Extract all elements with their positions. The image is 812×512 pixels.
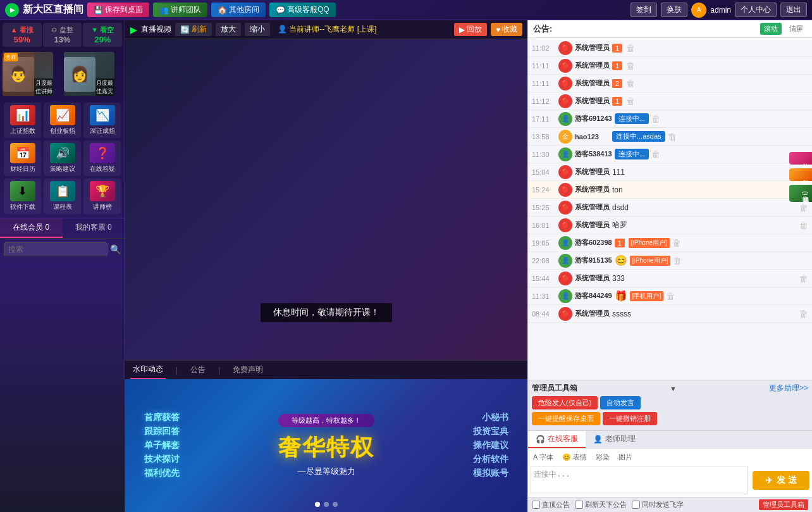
more-tools-link[interactable]: 更多助理>>	[769, 383, 808, 394]
download-button[interactable]: ⬇ 软件下载	[4, 178, 41, 214]
sign-in-button[interactable]: 签到	[631, 3, 657, 17]
refresh-announcement-check[interactable]: 刷新天下公告	[575, 500, 627, 509]
delete-msg-button[interactable]: 🗑	[626, 96, 635, 106]
delete-msg-button[interactable]: 🗑	[799, 273, 808, 284]
best-guest-card[interactable]: 👩 月度最佳嘉宾	[64, 52, 123, 96]
tools-buttons-row2: 一键提醒保存桌面 一键撤销注册	[532, 412, 808, 425]
chat-row: 16:01 🔴 系统管理员 哈罗 🗑	[528, 216, 812, 234]
admin-name: admin	[710, 6, 731, 15]
avatar: A	[691, 3, 706, 18]
search-input[interactable]	[4, 242, 108, 256]
pin-announcement-check[interactable]: 直顶公告	[532, 500, 570, 509]
banner-dot-1[interactable]	[315, 502, 320, 507]
admin-tools-button[interactable]: 管理员工具箱	[759, 499, 808, 510]
delete-msg-button[interactable]: 🗑	[651, 149, 660, 159]
tab-disclaimer[interactable]: 免费声明	[230, 361, 266, 379]
delete-msg-button[interactable]: 🗑	[626, 61, 635, 71]
banner-item-1: 首席获答	[144, 412, 180, 423]
skin-button[interactable]: 换肤	[661, 3, 687, 17]
trophy-icon: 🏆	[95, 184, 109, 198]
emoji-tool[interactable]: 😊 表情	[560, 451, 589, 463]
banner-subtitle-bottom: —尽显等级魅力	[278, 466, 374, 477]
lottery-button[interactable]: 抽奖	[789, 152, 812, 165]
qa-button[interactable]: ❓ 在线答疑	[83, 140, 121, 176]
logout-button[interactable]: 退出	[780, 3, 807, 17]
tab-announcement[interactable]: 公告	[188, 361, 208, 379]
chart-up-icon: 📈	[56, 108, 70, 122]
banner-center: 等级越高，特权越多！ 奢华特权 —尽显等级魅力	[278, 414, 374, 477]
color-tool[interactable]: 彩染	[593, 451, 612, 463]
banner-item-3: 单子解套	[144, 440, 180, 451]
delete-msg-button[interactable]: 🗑	[799, 309, 808, 319]
delete-msg-button[interactable]: 🗑	[668, 132, 677, 142]
banner-dot-3[interactable]	[333, 502, 338, 507]
banner-item-4: 技术探讨	[144, 454, 180, 465]
dropdown-icon[interactable]: ▼	[670, 385, 677, 392]
replay-icon: ▶	[459, 25, 465, 34]
search-icon[interactable]: 🔍	[110, 244, 121, 254]
tab-watermark[interactable]: 水印动态	[130, 361, 166, 379]
guest-photo: 👩 月度最佳嘉宾	[64, 52, 114, 96]
shanghai-index-button[interactable]: 📊 上证指数	[4, 103, 41, 138]
danger-send-button[interactable]: 危险发人(仅自己)	[532, 396, 598, 409]
chat-message-list: 11:02 🔴 系统管理员 1 🗑 11:11 🔴 系统管理员 1 🗑 11:1…	[528, 38, 812, 380]
banner-dot-2[interactable]	[324, 502, 329, 507]
favorite-button[interactable]: ♥ 收藏	[491, 23, 522, 36]
send-button[interactable]: ✈ 发 送	[753, 471, 809, 490]
delete-msg-button[interactable]: 🗑	[673, 256, 682, 266]
customer-service-button[interactable]: 💬 高级客服QQ	[269, 3, 336, 17]
schedule-icon: 📋	[56, 184, 70, 198]
delete-msg-button[interactable]: 🗑	[651, 114, 660, 124]
auto-speak-button[interactable]: 自动发言	[600, 396, 641, 409]
personal-center-button[interactable]: 个人中心	[735, 3, 777, 17]
best-lecturer-card[interactable]: 👨 名师 月度最佳讲师	[3, 52, 61, 96]
announcement-label: 公告:	[533, 23, 552, 35]
strategy-button[interactable]: 🔊 策略建议	[44, 140, 81, 176]
startup-index-button[interactable]: 📈 创业板指	[44, 103, 81, 138]
font-tool[interactable]: A 字体	[531, 451, 556, 463]
lecturer-team-button[interactable]: 👥 讲师团队	[153, 3, 207, 17]
save-desktop-button[interactable]: 💾 保存到桌面	[87, 3, 149, 17]
replay-button[interactable]: ▶ 回放	[454, 23, 487, 36]
red-packet-button[interactable]: 发红包	[789, 168, 812, 181]
gift-button[interactable]: 送礼物(积分)	[789, 185, 812, 202]
chat-icon: 💬	[276, 6, 285, 15]
chat-row: 15:25 🔴 系统管理员 dsdd 🗑	[528, 199, 812, 216]
video-tabs: 水印动态 | 公告 | 免费声明	[125, 360, 527, 379]
schedule-button[interactable]: 📋 课程表	[44, 178, 81, 214]
tab-online-service[interactable]: 🎧 在线客服	[528, 431, 586, 448]
lecturer-rank-button[interactable]: 🏆 讲师榜	[83, 178, 121, 214]
image-tool[interactable]: 图片	[616, 451, 635, 463]
video-toolbar: ▶ 直播视频 🔄 刷新 放大 缩小 👤 当前讲师--飞鹰老师 [上课] ▶ 回放…	[125, 20, 527, 39]
shenzhen-index-button[interactable]: 📉 深证成指	[83, 103, 121, 138]
other-room-button[interactable]: 🏠 其他房间	[211, 3, 266, 17]
bullish-stat: ▲ 看涨 59%	[3, 23, 42, 47]
send-fly-check[interactable]: 同时发送飞字	[632, 500, 684, 509]
refresh-button[interactable]: 🔄 刷新	[175, 23, 212, 36]
video-banner: 首席获答 跟踪回答 单子解套 技术探讨 福利优先 等级越高，特权越多！ 奢华特权…	[125, 379, 527, 512]
tab-teacher-assistant[interactable]: 👤 老师助理	[586, 431, 643, 448]
enlarge-button[interactable]: 放大	[216, 23, 241, 36]
scroll-toggle[interactable]: 滚动	[760, 23, 782, 35]
tab-my-tickets[interactable]: 我的客票 0	[63, 218, 125, 238]
tab-online-members[interactable]: 在线会员 0	[0, 218, 63, 238]
remind-save-button[interactable]: 一键提醒保存桌面	[532, 412, 600, 425]
banner-right-item-3: 操作建议	[473, 440, 508, 451]
message-input[interactable]: 连接中...	[531, 466, 747, 494]
delete-msg-button[interactable]: 🗑	[799, 220, 808, 230]
avatar: 金	[558, 130, 572, 144]
banner-pagination	[315, 502, 338, 507]
delete-msg-button[interactable]: 🗑	[626, 43, 635, 53]
revoke-register-button[interactable]: 一键撤销注册	[603, 412, 657, 425]
banner-right-item-5: 模拟账号	[473, 468, 508, 479]
delete-msg-button[interactable]: 🗑	[672, 238, 681, 248]
shrink-button[interactable]: 缩小	[245, 23, 270, 36]
featured-persons: 👨 名师 月度最佳讲师 👩 月度最佳嘉宾	[0, 49, 125, 99]
delete-msg-button[interactable]: 🗑	[799, 203, 808, 213]
chat-row: 11:02 🔴 系统管理员 1 🗑	[528, 39, 812, 57]
delete-msg-button[interactable]: 🗑	[626, 78, 635, 89]
calendar-button[interactable]: 📅 财经日历	[4, 140, 41, 176]
delete-msg-button[interactable]: 🗑	[666, 291, 675, 301]
clear-screen-button[interactable]: 清屏	[785, 23, 807, 35]
input-toolbar: A 字体 😊 表情 彩染 图片	[531, 451, 809, 463]
